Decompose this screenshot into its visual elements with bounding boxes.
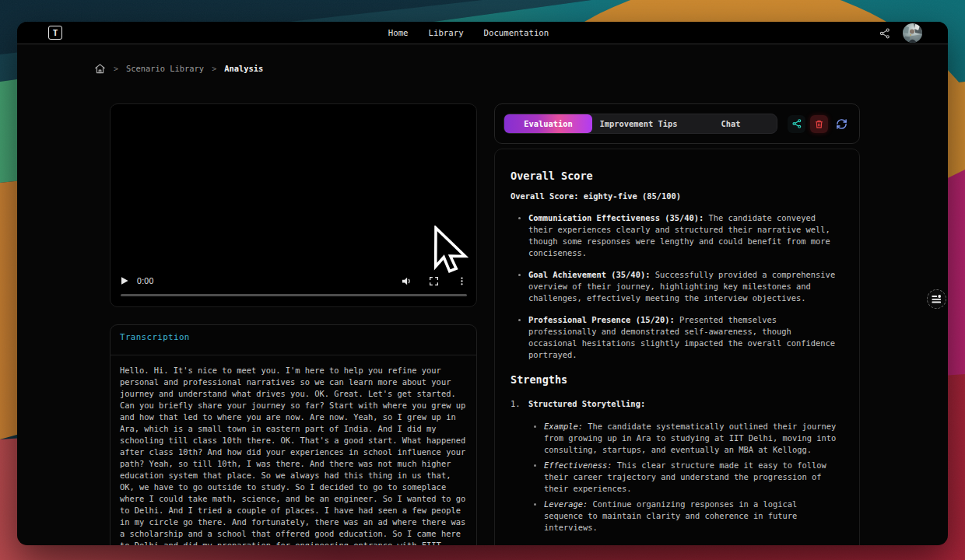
side-panel-toggle-button[interactable]	[927, 289, 946, 309]
transcription-title: Transcription	[120, 332, 468, 342]
evaluation-actions	[788, 115, 851, 133]
home-icon[interactable]	[94, 63, 106, 75]
share-icon[interactable]	[879, 27, 891, 40]
breadcrumb-analysis: Analysis	[224, 64, 263, 73]
transcription-text: Hello. Hi. It's nice to meet you. I'm he…	[120, 365, 468, 545]
video-progress-bar[interactable]	[121, 294, 467, 296]
breadcrumb-scenario-library[interactable]: Scenario Library	[126, 64, 204, 73]
strengths-heading: Strengths	[511, 373, 844, 386]
app-window: T Home Library Documentation	[17, 22, 948, 545]
tab-evaluation[interactable]: Evaluation	[504, 114, 592, 133]
nav-link-documentation[interactable]: Documentation	[484, 28, 549, 38]
evaluation-content: Overall Score Overall Score: eighty-five…	[494, 149, 860, 545]
strengths-list: 1.Structured Storytelling: Example: The …	[511, 398, 844, 534]
nav-links: Home Library Documentation	[388, 22, 549, 44]
nav-link-home[interactable]: Home	[388, 28, 409, 38]
transcription-card: Transcription Hello. Hi. It's nice to me…	[110, 324, 477, 545]
tab-improvement-tips[interactable]: Improvement Tips	[592, 114, 685, 133]
breadcrumb-separator: >	[212, 65, 216, 73]
criteria-item: Professional Presence (15/20): Presented…	[511, 314, 838, 361]
navbar: T Home Library Documentation	[17, 22, 948, 44]
video-controls: 0:00	[111, 269, 476, 292]
nav-link-library[interactable]: Library	[429, 28, 464, 38]
evaluation-panel: Evaluation Improvement Tips Chat	[494, 103, 860, 545]
refresh-button[interactable]	[833, 115, 851, 133]
kebab-menu-icon[interactable]	[457, 276, 467, 286]
evaluation-header: Evaluation Improvement Tips Chat	[494, 103, 860, 144]
trash-icon	[814, 119, 824, 129]
nav-right	[879, 22, 922, 44]
refresh-icon	[836, 118, 847, 130]
left-column: 0:00 Transcription Hello. Hi. It's nice …	[110, 103, 477, 545]
divider	[111, 355, 477, 355]
avatar[interactable]	[903, 23, 922, 43]
strength-point: Example: The candidate systematically ou…	[511, 421, 837, 456]
criteria-list: Communication Effectiveness (35/40): The…	[511, 212, 844, 361]
video-player[interactable]: 0:00	[110, 103, 477, 307]
criteria-item: Goal Achievement (35/40): Successfully p…	[511, 269, 838, 304]
overall-score-heading: Overall Score	[511, 170, 844, 182]
share-evaluation-button[interactable]	[788, 115, 805, 133]
tab-chat[interactable]: Chat	[685, 114, 777, 133]
share-nodes-icon	[791, 118, 802, 129]
criteria-item: Communication Effectiveness (35/40): The…	[511, 212, 838, 259]
volume-icon[interactable]	[401, 275, 412, 287]
notes-icon	[932, 295, 942, 304]
strength-points: Example: The candidate systematically ou…	[511, 421, 844, 534]
tab-strip: Evaluation Improvement Tips Chat	[504, 114, 777, 134]
overall-score-line: Overall Score: eighty-five (85/100)	[511, 191, 844, 202]
delete-button[interactable]	[810, 115, 828, 133]
play-button[interactable]	[120, 276, 129, 285]
breadcrumb-separator: >	[114, 65, 118, 73]
strength-point: Leverage: Continue organizing responses …	[511, 499, 837, 534]
strength-item: 1.Structured Storytelling: Example: The …	[511, 398, 844, 534]
strength-point: Effectiveness: This clear structure made…	[511, 460, 837, 495]
fullscreen-icon[interactable]	[429, 276, 439, 286]
video-time: 0:00	[137, 276, 154, 285]
app-logo[interactable]: T	[48, 26, 62, 40]
breadcrumb: > Scenario Library > Analysis	[94, 62, 263, 75]
